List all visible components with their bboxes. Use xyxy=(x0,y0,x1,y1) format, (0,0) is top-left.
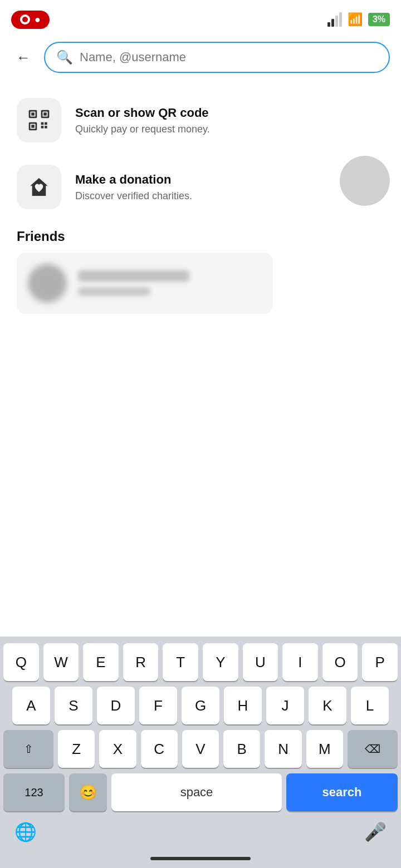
svg-rect-8 xyxy=(31,125,35,128)
friend-avatar xyxy=(28,264,67,303)
key-w[interactable]: W xyxy=(43,643,79,681)
key-q[interactable]: Q xyxy=(3,643,39,681)
key-k[interactable]: K xyxy=(309,687,346,724)
qr-code-option[interactable]: Scan or show QR code Quickly pay or requ… xyxy=(0,87,401,154)
key-x[interactable]: X xyxy=(99,730,136,768)
friend-info xyxy=(78,270,262,296)
keyboard: Q W E R T Y U I O P A S D F G H J K L ⇧ … xyxy=(0,637,401,868)
keyboard-row-1: Q W E R T Y U I O P xyxy=(3,643,398,681)
home-bar xyxy=(150,857,251,860)
key-m[interactable]: M xyxy=(306,730,343,768)
key-p[interactable]: P xyxy=(362,643,398,681)
key-z[interactable]: Z xyxy=(58,730,95,768)
svg-rect-12 xyxy=(45,126,47,129)
qr-icon-box xyxy=(17,98,61,142)
key-r[interactable]: R xyxy=(123,643,159,681)
qr-code-icon xyxy=(27,108,51,132)
back-arrow-icon: ← xyxy=(16,49,31,66)
backspace-icon: ⌫ xyxy=(365,742,380,756)
wifi-icon: 📶 xyxy=(348,12,363,27)
key-a[interactable]: A xyxy=(12,687,50,724)
status-bar-left: ● xyxy=(11,11,50,29)
backspace-key[interactable]: ⌫ xyxy=(348,730,398,768)
key-b[interactable]: B xyxy=(223,730,260,768)
donation-option-title: Make a donation xyxy=(75,172,192,187)
battery-level: 3% xyxy=(373,14,385,24)
svg-rect-2 xyxy=(31,112,35,116)
search-icon: 🔍 xyxy=(56,50,73,65)
globe-icon[interactable]: 🌐 xyxy=(14,821,37,842)
svg-rect-10 xyxy=(45,122,47,125)
key-u[interactable]: U xyxy=(243,643,278,681)
recording-dot xyxy=(20,14,30,24)
qr-option-text: Scan or show QR code Quickly pay or requ… xyxy=(75,106,210,135)
shift-icon: ⇧ xyxy=(24,742,33,756)
signal-icon xyxy=(327,12,342,27)
friend-card[interactable] xyxy=(17,253,273,314)
svg-rect-9 xyxy=(41,122,44,125)
status-bar: ● 📶 3% xyxy=(0,0,401,33)
keyboard-row-4: 123 😊 space search xyxy=(3,773,398,811)
numbers-key[interactable]: 123 xyxy=(3,773,65,811)
keyboard-row-3: ⇧ Z X C V B N M ⌫ xyxy=(3,730,398,768)
shift-key[interactable]: ⇧ xyxy=(3,730,53,768)
key-n[interactable]: N xyxy=(265,730,301,768)
keyboard-row-2: A S D F G H J K L xyxy=(3,687,398,724)
friend-username-blurred xyxy=(78,287,150,296)
key-v[interactable]: V xyxy=(182,730,219,768)
battery-indicator: 3% xyxy=(368,13,390,26)
donation-option-text: Make a donation Discover verified charit… xyxy=(75,172,192,202)
donation-icon-box xyxy=(17,165,61,209)
key-t[interactable]: T xyxy=(163,643,198,681)
friend-name-blurred xyxy=(78,270,189,282)
search-bar-area: ← 🔍 xyxy=(0,33,401,81)
content-area: Scan or show QR code Quickly pay or requ… xyxy=(0,81,401,325)
home-indicator xyxy=(3,849,398,868)
qr-option-title: Scan or show QR code xyxy=(75,106,210,120)
friends-section: Friends xyxy=(0,220,401,319)
recording-indicator: ● xyxy=(35,14,41,26)
search-key[interactable]: search xyxy=(286,773,398,811)
search-key-label: search xyxy=(322,785,362,800)
key-g[interactable]: G xyxy=(182,687,219,724)
svg-rect-11 xyxy=(41,126,44,129)
key-e[interactable]: E xyxy=(83,643,119,681)
space-label: space xyxy=(180,785,213,800)
key-s[interactable]: S xyxy=(55,687,92,724)
key-h[interactable]: H xyxy=(224,687,262,724)
space-key[interactable]: space xyxy=(111,773,282,811)
emoji-icon: 😊 xyxy=(79,784,97,801)
key-o[interactable]: O xyxy=(322,643,358,681)
donation-icon xyxy=(27,175,51,199)
back-button[interactable]: ← xyxy=(11,45,36,70)
key-y[interactable]: Y xyxy=(203,643,238,681)
key-f[interactable]: F xyxy=(139,687,177,724)
recording-pill: ● xyxy=(11,11,50,29)
qr-option-subtitle: Quickly pay or request money. xyxy=(75,124,210,135)
key-i[interactable]: I xyxy=(282,643,318,681)
key-c[interactable]: C xyxy=(141,730,178,768)
search-input[interactable] xyxy=(80,50,378,65)
keyboard-bottom-row: 🌐 🎤 xyxy=(3,817,398,849)
search-input-container[interactable]: 🔍 xyxy=(44,42,390,73)
status-bar-right: 📶 3% xyxy=(327,12,390,27)
key-j[interactable]: J xyxy=(266,687,304,724)
friends-label: Friends xyxy=(17,229,384,244)
microphone-icon[interactable]: 🎤 xyxy=(364,821,387,842)
key-d[interactable]: D xyxy=(97,687,135,724)
emoji-key[interactable]: 😊 xyxy=(69,773,107,811)
donation-option-subtitle: Discover verified charities. xyxy=(75,190,192,202)
floating-circle-decoration xyxy=(340,156,390,206)
numbers-label: 123 xyxy=(25,786,43,799)
svg-rect-5 xyxy=(43,112,47,116)
key-l[interactable]: L xyxy=(351,687,389,724)
